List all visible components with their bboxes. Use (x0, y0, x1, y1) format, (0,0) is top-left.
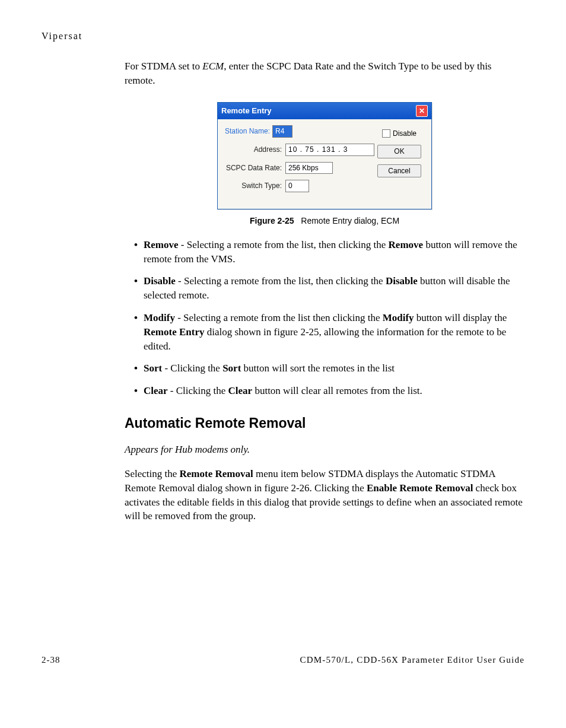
disable-term2: Disable (386, 275, 418, 287)
dialog-title: Remote Entry (221, 106, 272, 116)
section-heading: Automatic Remote Removal (125, 414, 524, 433)
figure-caption: Figure 2-25 Remote Entry dialog, ECM (125, 215, 524, 227)
scpc-rate-input[interactable]: 256 Kbps (285, 162, 333, 174)
clear-term2: Clear (228, 385, 253, 396)
modify-t1: - Selecting a remote from the list then … (175, 312, 383, 323)
para-b1: Remote Removal (180, 468, 253, 479)
modify-term: Modify (144, 312, 175, 323)
dialog-left: Station Name: R4 Address: 10 . 75 . 131 … (225, 125, 374, 198)
clear-t2: button will clear all remotes from the l… (252, 385, 422, 396)
sort-term2: Sort (222, 363, 241, 374)
clear-term: Clear (144, 385, 168, 396)
bullet-list: Remove - Selecting a remote from the lis… (125, 238, 524, 398)
cancel-button[interactable]: Cancel (377, 164, 421, 178)
bullet-remove: Remove - Selecting a remote from the lis… (134, 238, 524, 266)
remove-term: Remove (144, 239, 179, 250)
switch-type-label: Switch Type: (225, 181, 285, 191)
page-number: 2-38 (42, 654, 61, 666)
sort-term: Sort (144, 363, 162, 374)
page-footer: 2-38 CDM-570/L, CDD-56X Parameter Editor… (42, 654, 524, 666)
modify-term2: Modify (383, 312, 414, 323)
footer-title: CDM-570/L, CDD-56X Parameter Editor User… (300, 654, 524, 666)
close-icon[interactable]: ✕ (416, 105, 428, 117)
bullet-clear: Clear - Clicking the Clear button will c… (134, 384, 524, 398)
disable-term: Disable (144, 275, 176, 287)
scpc-rate-label: SCPC Data Rate: (225, 163, 285, 173)
dialog-right: Disable OK Cancel (374, 125, 424, 198)
switch-type-input[interactable]: 0 (285, 180, 309, 192)
station-name-input[interactable]: R4 (272, 125, 292, 138)
intro-paragraph: For STDMA set to ECM, enter the SCPC Dat… (125, 59, 524, 88)
running-head: Vipersat (42, 30, 524, 43)
figure-dialog: Remote Entry ✕ Station Name: R4 Address:… (125, 102, 524, 227)
bullet-disable: Disable - Selecting a remote from the li… (134, 274, 524, 303)
modify-t2: button will display the (414, 312, 507, 323)
intro-pre: For STDMA set to (125, 61, 202, 72)
bullet-sort: Sort - Clicking the Sort button will sor… (134, 361, 524, 376)
modify-term3: Remote Entry (144, 326, 204, 338)
bullet-modify: Modify - Selecting a remote from the lis… (134, 311, 524, 353)
ok-button[interactable]: OK (377, 145, 421, 158)
figure-number: Figure 2-25 (250, 216, 294, 225)
disable-label: Disable (393, 129, 416, 139)
para-b2: Enable Remote Removal (367, 482, 473, 494)
content-block: For STDMA set to ECM, enter the SCPC Dat… (125, 59, 524, 523)
section-paragraph: Selecting the Remote Removal menu item b… (125, 467, 524, 523)
sort-t1: - Clicking the (162, 363, 222, 374)
intro-em: ECM (202, 61, 224, 72)
station-name-label: Station Name: (225, 126, 272, 136)
clear-t1: - Clicking the (168, 385, 228, 396)
disable-t1: - Selecting a remote from the list, then… (176, 275, 386, 287)
dialog-body: Station Name: R4 Address: 10 . 75 . 131 … (218, 119, 431, 209)
address-input[interactable]: 10 . 75 . 131 . 3 (285, 144, 374, 156)
para-t1: Selecting the (125, 468, 180, 479)
figure-text: Remote Entry dialog, ECM (301, 216, 399, 225)
remove-term2: Remove (389, 239, 424, 250)
sort-t2: button will sort the remotes in the list (241, 363, 395, 374)
disable-checkbox[interactable] (382, 129, 390, 138)
address-label: Address: (225, 145, 285, 155)
disable-checkbox-row[interactable]: Disable (382, 129, 416, 139)
dialog-titlebar: Remote Entry ✕ (218, 103, 431, 119)
subnote: Appears for Hub modems only. (125, 443, 524, 457)
remove-t1: - Selecting a remote from the list, then… (179, 239, 389, 250)
remote-entry-dialog: Remote Entry ✕ Station Name: R4 Address:… (217, 102, 432, 209)
